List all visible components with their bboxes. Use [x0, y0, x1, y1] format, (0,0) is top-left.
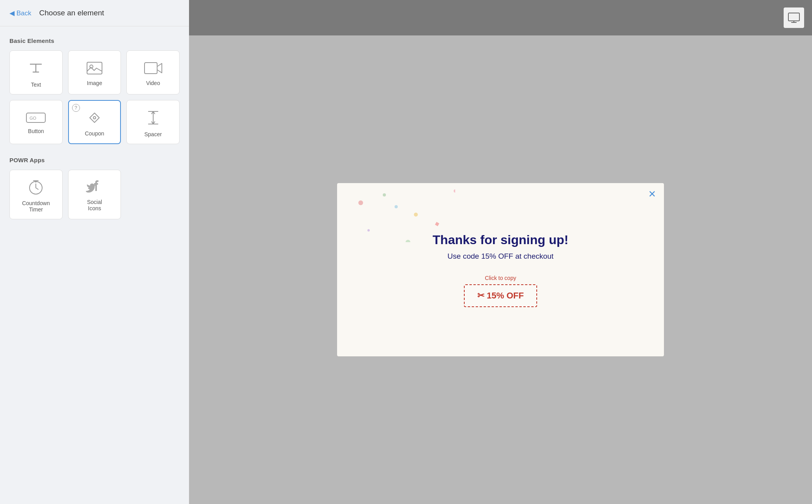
- image-icon: [86, 61, 103, 75]
- basic-elements-title: Basic Elements: [9, 37, 180, 44]
- svg-rect-0: [87, 62, 102, 74]
- image-label: Image: [87, 80, 102, 86]
- panel-title: Choose an element: [39, 9, 104, 17]
- svg-point-12: [395, 205, 398, 208]
- svg-point-10: [414, 213, 418, 217]
- text-label: Text: [31, 82, 41, 88]
- svg-rect-7: [788, 13, 799, 21]
- modal-subtext: Use code 15% OFF at checkout: [433, 252, 569, 261]
- element-card-video[interactable]: Video: [126, 50, 180, 94]
- svg-rect-2: [145, 63, 157, 74]
- right-panel: ✕ Thanks for signing up! Use code 15% OF…: [189, 0, 812, 504]
- help-badge: ?: [72, 104, 80, 112]
- powr-apps-grid: CountdownTimer SocialIcons: [9, 170, 180, 219]
- left-panel: ◀ Back Choose an element Basic Elements …: [0, 0, 189, 504]
- modal-heading: Thanks for signing up!: [433, 233, 569, 247]
- button-label: Button: [28, 128, 44, 134]
- monitor-icon-wrap: [784, 7, 804, 28]
- element-card-countdown[interactable]: CountdownTimer: [9, 170, 63, 219]
- element-card-image[interactable]: Image: [68, 50, 121, 94]
- basic-elements-grid: Text Image: [9, 50, 180, 144]
- click-to-copy-label: Click to copy: [433, 275, 569, 281]
- element-card-coupon[interactable]: ? Coupon: [68, 100, 121, 144]
- modal-content: Thanks for signing up! Use code 15% OFF …: [409, 217, 592, 323]
- spacer-label: Spacer: [144, 131, 161, 137]
- svg-point-11: [367, 229, 370, 232]
- coupon-label: Coupon: [85, 130, 104, 137]
- clock-icon: [28, 179, 44, 195]
- monitor-icon: [788, 12, 800, 23]
- svg-point-8: [358, 200, 363, 205]
- modal-close-button[interactable]: ✕: [648, 189, 656, 199]
- top-bar: [189, 0, 812, 35]
- svg-point-9: [383, 193, 386, 196]
- button-icon: GO: [26, 112, 46, 123]
- panel-body: Basic Elements Text: [0, 26, 189, 243]
- svg-point-5: [93, 117, 96, 119]
- element-card-text[interactable]: Text: [9, 50, 63, 94]
- panel-header: ◀ Back Choose an element: [0, 0, 189, 26]
- back-button[interactable]: ◀ Back: [9, 9, 32, 17]
- modal-popup: ✕ Thanks for signing up! Use code 15% OF…: [337, 183, 664, 356]
- social-icon: [84, 180, 105, 194]
- preview-area: ✕ Thanks for signing up! Use code 15% OF…: [189, 35, 812, 504]
- coupon-code-box[interactable]: ✂ 15% OFF: [464, 284, 537, 307]
- svg-point-32: [454, 189, 455, 193]
- element-card-button[interactable]: GO Button: [9, 100, 63, 144]
- countdown-label: CountdownTimer: [22, 200, 50, 213]
- coupon-icon: [87, 110, 102, 126]
- svg-text:GO: GO: [30, 116, 37, 120]
- social-label: SocialIcons: [87, 199, 102, 211]
- video-label: Video: [146, 80, 160, 86]
- spacer-icon: [146, 109, 160, 126]
- powr-apps-title: POWR Apps: [9, 157, 180, 163]
- element-card-spacer[interactable]: Spacer: [126, 100, 180, 144]
- text-icon: [27, 59, 44, 77]
- element-card-social[interactable]: SocialIcons: [68, 170, 121, 219]
- video-icon: [144, 61, 163, 75]
